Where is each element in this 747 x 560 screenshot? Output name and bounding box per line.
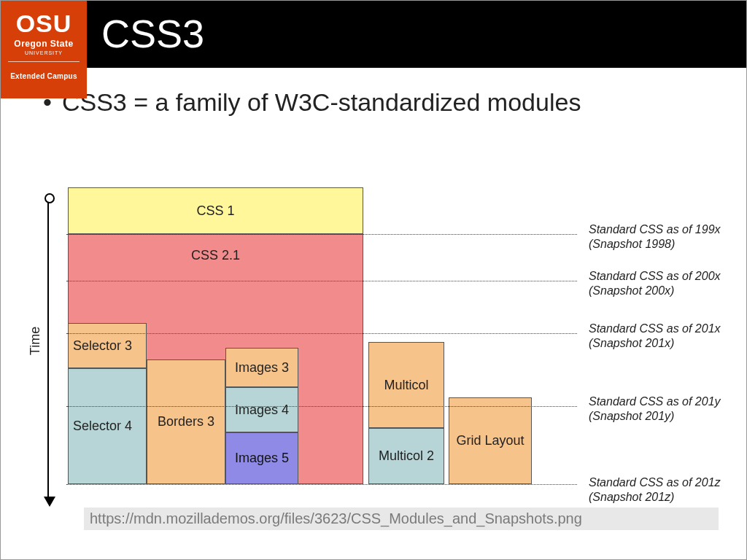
block-css1: CSS 1 (68, 187, 363, 234)
osu-logo-text: OSU (4, 11, 84, 36)
block-multicol: Multicol (368, 342, 444, 428)
snapshot-201y-a: Standard CSS as of 201y (589, 394, 721, 409)
snapshot-1998-b: (Snapshot 1998) (589, 237, 721, 252)
block-css21-label: CSS 2.1 (69, 248, 363, 263)
snapshot-label-201x: Standard CSS as of 201x (Snapshot 201x) (589, 322, 721, 351)
slide-header: OSU Oregon State UNIVERSITY Extended Cam… (1, 1, 746, 68)
snapshot-201x-a: Standard CSS as of 201x (589, 322, 721, 336)
snapshot-label-201y: Standard CSS as of 201y (Snapshot 201y) (589, 394, 721, 424)
snapshot-201z-b: (Snapshot 201z) (589, 490, 721, 505)
snapshot-label-200x: Standard CSS as of 200x (Snapshot 200x) (589, 269, 721, 298)
snapshot-line-201z (66, 484, 577, 485)
body-text: CSS3 = a family of W3C-standardized modu… (1, 68, 746, 117)
osu-logo-ext: Extended Campus (4, 72, 84, 80)
snapshot-201z-a: Standard CSS as of 201z (589, 475, 721, 490)
block-gridlayout: Grid Layout (449, 397, 532, 484)
css-modules-diagram: Time CSS 1 CSS 2.1 Selector 3 Selector 4… (27, 187, 727, 534)
block-selector3: Selector 3 (68, 323, 147, 368)
block-selector4: Selector 4 (68, 368, 147, 484)
snapshot-line-201x (66, 333, 577, 334)
image-source-caption: https://mdn.mozillademos.org/files/3623/… (84, 508, 719, 530)
block-borders3: Borders 3 (147, 359, 225, 484)
snapshot-1998-a: Standard CSS as of 199x (589, 222, 721, 237)
block-images5: Images 5 (225, 432, 298, 484)
block-images4: Images 4 (225, 387, 298, 432)
block-multicol2: Multicol 2 (368, 428, 444, 484)
bullet-1: CSS3 = a family of W3C-standardized modu… (43, 88, 732, 117)
snapshot-201x-b: (Snapshot 201x) (589, 336, 721, 351)
snapshot-200x-a: Standard CSS as of 200x (589, 269, 721, 284)
snapshot-line-200x (66, 281, 577, 281)
snapshot-line-201y (66, 406, 577, 407)
snapshot-label-1998: Standard CSS as of 199x (Snapshot 1998) (589, 222, 721, 252)
snapshot-201y-b: (Snapshot 201y) (589, 409, 721, 424)
osu-logo-sub2: UNIVERSITY (8, 50, 80, 62)
slide-title: CSS3 (87, 1, 204, 56)
osu-logo-badge: OSU Oregon State UNIVERSITY Extended Cam… (1, 1, 87, 98)
snapshot-label-201z: Standard CSS as of 201z (Snapshot 201z) (589, 475, 721, 505)
block-images3: Images 3 (225, 348, 298, 387)
time-axis-label: Time (28, 327, 43, 355)
snapshot-line-1998 (66, 234, 577, 235)
snapshot-200x-b: (Snapshot 200x) (589, 284, 721, 298)
bullet-1-text: CSS3 = a family of W3C-standardized modu… (62, 88, 581, 117)
osu-logo-sub1: Oregon State (4, 39, 84, 49)
time-axis (47, 195, 49, 501)
